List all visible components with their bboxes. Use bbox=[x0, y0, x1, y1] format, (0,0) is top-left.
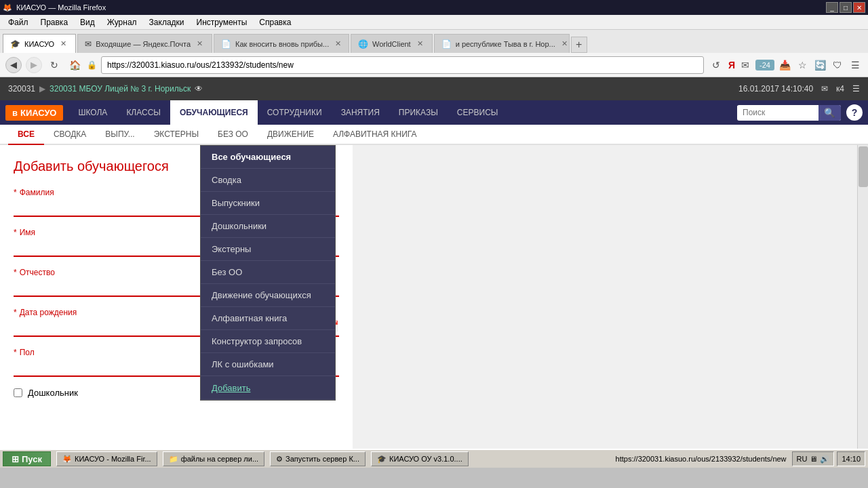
tabs-bar: 🎓 КИАСУО ✕ ✉ Входящие — Яндекс.Почта ✕ 📄… bbox=[0, 30, 868, 53]
back-button[interactable]: ◀ bbox=[5, 57, 22, 73]
dropdown-summary[interactable]: Сводка bbox=[201, 169, 335, 192]
nav-services[interactable]: СЕРВИСЫ bbox=[448, 100, 508, 125]
tab-close-1[interactable]: ✕ bbox=[58, 39, 68, 49]
taskbar-kiasuo[interactable]: 🎓 КИАСУО ОУ v3.1.0.... bbox=[371, 451, 469, 466]
side-area bbox=[353, 145, 868, 449]
taskbar-label-3: Запустить сервер К... bbox=[285, 455, 359, 463]
scrollbar-right[interactable] bbox=[857, 145, 868, 449]
gender-label-text: Пол bbox=[20, 348, 35, 357]
tab-close-5[interactable]: ✕ bbox=[559, 39, 570, 49]
lastname-label-text: Фамилия bbox=[20, 188, 54, 197]
taskbar-files[interactable]: 📁 файлы на сервер ли... bbox=[163, 451, 264, 466]
minimize-button[interactable]: _ bbox=[826, 2, 838, 13]
start-button[interactable]: ⊞ Пуск bbox=[3, 451, 51, 466]
preschool-checkbox[interactable] bbox=[14, 388, 22, 397]
tab-favicon-5: 📄 bbox=[441, 39, 452, 49]
taskbar-firefox[interactable]: 🦊 КИАСУО - Mozilla Fir... bbox=[56, 451, 157, 466]
subnav-all[interactable]: ВСЕ bbox=[8, 125, 44, 145]
dropdown-constructor[interactable]: Конструктор запросов bbox=[201, 330, 335, 353]
required-star-gender: * bbox=[14, 348, 17, 357]
dropdown-alphabet[interactable]: Алфавитная книга bbox=[201, 307, 335, 330]
nav-orders[interactable]: ПРИКАЗЫ bbox=[389, 100, 448, 125]
taskbar-server[interactable]: ⚙ Запустить сервер К... bbox=[270, 451, 366, 466]
maximize-button[interactable]: □ bbox=[840, 2, 852, 13]
nav-staff[interactable]: СОТРУДНИКИ bbox=[258, 100, 332, 125]
home-button[interactable]: 🏠 bbox=[66, 57, 83, 73]
address-bar: ◀ ▶ ↻ 🏠 🔒 ↺ Я ✉ -24 📥 ☆ 🔄 🛡 ☰ bbox=[0, 53, 868, 77]
tab-close-2[interactable]: ✕ bbox=[195, 39, 205, 49]
eye-icon[interactable]: 👁 bbox=[195, 84, 203, 94]
breadcrumb-id[interactable]: 320031 bbox=[8, 84, 35, 94]
menu-hamburger-icon[interactable]: ☰ bbox=[848, 58, 863, 73]
dropdown-add[interactable]: Добавить bbox=[201, 376, 335, 400]
new-tab-button[interactable]: + bbox=[571, 37, 587, 53]
sys-tray: RU 🖥 🔊 bbox=[792, 451, 835, 466]
subnav-summary[interactable]: СВОДКА bbox=[44, 125, 96, 145]
birthdate-label-text: Дата рождения bbox=[20, 308, 77, 317]
menu-help[interactable]: Справка bbox=[254, 16, 296, 28]
menu-edit[interactable]: Правка bbox=[35, 16, 74, 28]
tab-republic[interactable]: 📄 и республике Тыва в г. Нор... ✕ bbox=[434, 34, 570, 53]
menu-tools[interactable]: Инструменты bbox=[191, 16, 253, 28]
dropdown-movement[interactable]: Движение обучающихся bbox=[201, 284, 335, 307]
search-input[interactable] bbox=[737, 106, 818, 119]
preschool-label[interactable]: Дошкольник bbox=[28, 388, 78, 398]
search-button[interactable]: 🔍 bbox=[818, 105, 841, 121]
mail-icon-header[interactable]: ✉ bbox=[821, 84, 828, 94]
close-button[interactable]: ✕ bbox=[853, 2, 865, 13]
brand-logo[interactable]: в КИАСУО bbox=[5, 105, 63, 121]
star-icon[interactable]: ☆ bbox=[795, 58, 810, 73]
dropdown-extern[interactable]: Экстерны bbox=[201, 238, 335, 261]
mail-icon[interactable]: ✉ bbox=[738, 58, 753, 73]
nav-classes[interactable]: КЛАССЫ bbox=[117, 100, 170, 125]
window-titlebar: 🦊 КИАСУО — Mozilla Firefox _ □ ✕ bbox=[0, 0, 868, 15]
tab-howto[interactable]: 📄 Как вносить вновь прибы... ✕ bbox=[214, 34, 349, 53]
sync-icon[interactable]: 🔄 bbox=[812, 58, 827, 73]
scroll-thumb[interactable] bbox=[859, 146, 868, 187]
dropdown-errors[interactable]: ЛК с ошибками bbox=[201, 353, 335, 376]
forward-button[interactable]: ▶ bbox=[26, 57, 42, 73]
reload-button[interactable]: ↻ bbox=[46, 57, 62, 73]
dropdown-preschoolers[interactable]: Дошкольники bbox=[201, 215, 335, 238]
lang-indicator[interactable]: RU bbox=[797, 455, 808, 463]
dropdown-graduates[interactable]: Выпускники bbox=[201, 192, 335, 215]
menu-journal[interactable]: Журнал bbox=[102, 16, 142, 28]
help-button[interactable]: ? bbox=[846, 104, 863, 121]
tab-worldclient[interactable]: 🌐 WorldClient ✕ bbox=[351, 34, 433, 53]
subnav-extern[interactable]: ЭКСТЕРНЫ bbox=[144, 125, 208, 145]
brand-name: КИАСУО bbox=[20, 108, 56, 118]
breadcrumb-school[interactable]: 320031 МБОУ Лицей № 3 г. Норильск bbox=[50, 84, 191, 94]
brand-icon: в bbox=[12, 108, 18, 118]
hamburger-icon-header[interactable]: ☰ bbox=[852, 84, 860, 94]
address-input[interactable] bbox=[101, 56, 704, 74]
menu-bookmarks[interactable]: Закладки bbox=[144, 16, 190, 28]
header-datetime: 16.01.2017 14:10:40 bbox=[738, 84, 813, 94]
volume-icon[interactable]: 🔊 bbox=[820, 455, 829, 464]
dropdown-no-org[interactable]: Без ОО bbox=[201, 261, 335, 284]
header-user[interactable]: к4 bbox=[836, 84, 844, 94]
browser-content: 320031 ▶ 320031 МБОУ Лицей № 3 г. Нориль… bbox=[0, 77, 868, 449]
tab-close-3[interactable]: ✕ bbox=[333, 39, 343, 49]
tab-close-4[interactable]: ✕ bbox=[415, 39, 425, 49]
start-label: Пуск bbox=[22, 454, 42, 464]
menu-file[interactable]: Файл bbox=[3, 16, 34, 28]
nav-school[interactable]: ШКОЛА bbox=[68, 100, 117, 125]
nav-lessons[interactable]: ЗАНЯТИЯ bbox=[332, 100, 389, 125]
tab-yandex-mail[interactable]: ✉ Входящие — Яндекс.Почта ✕ bbox=[77, 34, 212, 53]
subnav-no-org[interactable]: БЕЗ ОО bbox=[208, 125, 258, 145]
nav-students[interactable]: ОБУЧАЮЩИЕСЯ bbox=[170, 100, 258, 125]
tab-favicon-2: ✉ bbox=[85, 39, 92, 49]
dropdown-all-students[interactable]: Все обучающиеся bbox=[201, 146, 335, 169]
download-manager-icon[interactable]: 📥 bbox=[777, 58, 792, 73]
site-header: 320031 ▶ 320031 МБОУ Лицей № 3 г. Нориль… bbox=[0, 77, 868, 100]
subnav-movement[interactable]: ДВИЖЕНИЕ bbox=[258, 125, 323, 145]
subnav-alphabet[interactable]: АЛФАВИТНАЯ КНИГА bbox=[323, 125, 426, 145]
taskbar-label-4: КИАСУО ОУ v3.1.0.... bbox=[389, 455, 462, 463]
refresh-icon[interactable]: ↺ bbox=[708, 57, 724, 73]
sub-nav: ВСЕ СВОДКА ВЫПУ... ЭКСТЕРНЫ БЕЗ ОО ДВИЖЕ… bbox=[0, 125, 868, 145]
subnav-graduates[interactable]: ВЫПУ... bbox=[96, 125, 144, 145]
tab-kiasuo[interactable]: 🎓 КИАСУО ✕ bbox=[3, 34, 76, 53]
menu-view[interactable]: Вид bbox=[75, 16, 100, 28]
shield-icon[interactable]: 🛡 bbox=[830, 58, 845, 73]
windows-icon: ⊞ bbox=[12, 454, 19, 464]
